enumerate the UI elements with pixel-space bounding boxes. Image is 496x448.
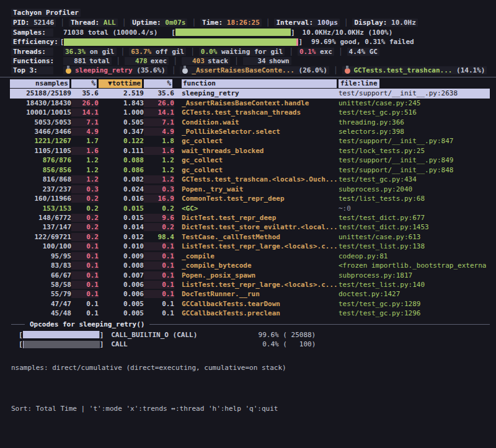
stat-value: 0.0% xyxy=(201,48,221,56)
table-row[interactable]: 137/1470.20.0140.2DictTest.test_store_ev… xyxy=(10,222,490,232)
pct-direct-cell: 0.1 xyxy=(71,309,99,317)
pct-direct-cell: 0.1 xyxy=(71,290,99,298)
table-row[interactable]: 95/950.10.0090.1_compilecodeop.py:81 xyxy=(10,252,490,261)
file-cell: test/test_gc.py:1296 xyxy=(339,309,490,317)
file-cell: ~:0 xyxy=(339,204,490,213)
file-cell: test/test_gc.py:434 xyxy=(339,175,490,183)
function-cell: gc_collect xyxy=(182,137,339,145)
tottime-cell: 0.122 xyxy=(99,137,144,145)
column-header-file[interactable]: file:line xyxy=(339,79,490,88)
table-row[interactable]: 153/1530.20.0150.2<GC>~:0 xyxy=(10,203,490,213)
efficiency-bar-fill xyxy=(64,38,296,46)
pct-cum-cell: 0.2 xyxy=(144,223,174,231)
pct-cum-cell: 1.6 xyxy=(144,147,174,155)
table-row[interactable]: 5053/50537.10.5057.1Condition.waitthread… xyxy=(10,117,490,126)
table-row[interactable]: 45/480.10.0050.1GCCallbackTests.preclean… xyxy=(10,309,490,318)
table-row[interactable]: 160/119660.20.01616.9CommonTest.test_rep… xyxy=(10,194,490,203)
file-cell: unittest/case.py:245 xyxy=(339,99,490,107)
table-row[interactable]: 1105/11051.60.1111.6wait_threads_blocked… xyxy=(10,146,490,156)
table-row[interactable]: 148/67720.20.0159.6DictTest.test_repr_de… xyxy=(10,213,490,222)
file-cell: doctest.py:1427 xyxy=(339,290,490,298)
status-value: 100µs xyxy=(317,19,338,27)
stat-value: 63.7% xyxy=(131,48,156,56)
samples-total: 71038 total (10000.4/s) xyxy=(63,29,157,37)
separator: │ xyxy=(234,57,239,65)
pct-direct-cell: 0.1 xyxy=(71,281,99,289)
table-row-selected[interactable]: ► 25188/25189 35.6 2.519 35.6 sleeping_r… xyxy=(10,89,490,98)
function-cell: Popen._try_wait xyxy=(182,185,339,193)
file-cell: test/lock_tests.py:25 xyxy=(339,147,490,155)
column-header-nsamples[interactable]: nsamples xyxy=(10,79,71,88)
table-row[interactable]: 47/470.10.0050.1GCCallbackTests.tearDown… xyxy=(10,299,490,309)
file-cell: subprocess.py:1817 xyxy=(339,271,490,279)
table-row[interactable]: 122/697210.20.01298.4TestCase._callTestM… xyxy=(10,232,490,242)
stat-desc: waiting for gil xyxy=(221,48,283,56)
nsamples-cell: 58/58 xyxy=(10,281,71,289)
stat-desc: GC xyxy=(370,48,378,56)
column-header-tottime-sorted[interactable]: ▼tottime xyxy=(99,79,144,88)
function-cell: GCCallbackTests.tearDown xyxy=(182,300,339,308)
function-cell: _compile_bytecode xyxy=(182,261,339,270)
app-title: Tachyon Profiler xyxy=(11,9,81,17)
nsamples-cell: 55/79 xyxy=(10,290,71,298)
function-cell: CommonTest.test_repr_deep xyxy=(182,195,339,203)
separator: │ xyxy=(173,57,177,65)
status-label: Interval: xyxy=(276,19,317,27)
nsamples-cell: 95/95 xyxy=(10,252,71,260)
nsamples-cell: 3466/3466 xyxy=(10,128,71,136)
table-row[interactable]: 856/8561.20.0861.2gc_collecttest/support… xyxy=(10,165,490,175)
function-cell: <GC> xyxy=(182,204,339,213)
table-row[interactable]: 10001/1001514.11.00014.1GCTests.test_tra… xyxy=(10,108,490,117)
stat-value: 34 xyxy=(245,57,266,65)
status-value: 18:26:25 xyxy=(227,19,260,27)
function-cell: GCTests.test_trashcan_threads xyxy=(182,108,339,116)
table-row[interactable]: 1221/12671.70.1221.8gc_collecttest/suppo… xyxy=(10,136,490,146)
tottime-cell: 1.000 xyxy=(99,108,144,116)
table-row[interactable]: 18430/1843026.01.84326.0_AssertRaisesBas… xyxy=(10,99,490,108)
functions-items: 881total│478exec│403stack│34shown xyxy=(63,57,291,65)
function-cell: GCCallbackTests.preclean xyxy=(182,309,339,317)
stat-group: 36.3% on gil xyxy=(63,48,117,56)
status-label: Time: xyxy=(202,19,227,27)
table-row[interactable]: 876/8761.20.0881.2gc_collecttest/support… xyxy=(10,156,490,165)
samples-label: Samples: xyxy=(11,29,53,37)
tottime-cell: 0.009 xyxy=(99,252,144,260)
column-header-pct-direct[interactable]: % xyxy=(71,79,99,88)
pct-cum-cell: 0.1 xyxy=(144,281,174,289)
function-cell: gc_collect xyxy=(182,156,339,164)
table-row[interactable]: 100/1000.10.0100.1ListTest.test_repr_lar… xyxy=(10,242,490,251)
pct-cum-cell: 1.2 xyxy=(144,156,174,164)
file-cell: test/test_list.py:140 xyxy=(339,281,490,289)
tottime-cell: 0.006 xyxy=(99,281,144,289)
file-cell: test/test_dict.py:677 xyxy=(339,214,490,222)
function-cell: _PollLikeSelector.select xyxy=(182,128,339,136)
file-cell: unittest/case.py:613 xyxy=(339,233,490,241)
table-row[interactable]: 3466/34664.90.3474.9_PollLikeSelector.se… xyxy=(10,127,490,136)
footer-keybindings: Sort: Total Time | 't':mode 'x':trends ↔… xyxy=(11,402,286,416)
column-header-pct-cumulative[interactable]: % xyxy=(144,79,174,88)
pct-direct-cell: 35.6 xyxy=(71,89,99,97)
tottime-cell: 0.012 xyxy=(99,233,144,241)
function-cell: DocTestRunner.__run xyxy=(182,290,339,298)
stat-desc: exc xyxy=(320,48,332,56)
status-label: Display: xyxy=(354,19,391,27)
file-cell: <frozen importlib._bootstrap_externa xyxy=(339,261,490,270)
table-row[interactable]: 816/8681.20.0821.2GCTests.test_trashcan.… xyxy=(10,175,490,184)
column-header-function[interactable]: function xyxy=(182,79,339,88)
table-row[interactable]: 66/670.10.0070.1Popen._posix_spawnsubpro… xyxy=(10,270,490,279)
nsamples-cell: 148/6772 xyxy=(10,214,71,222)
table-row[interactable]: 237/2370.30.0240.3Popen._try_waitsubproc… xyxy=(10,184,490,193)
status-item: Display: 10.0Hz xyxy=(352,19,417,27)
nsamples-cell: 83/83 xyxy=(10,261,71,270)
table-row[interactable]: 83/830.10.0080.1_compile_bytecode<frozen… xyxy=(10,261,490,270)
tottime-cell: 0.015 xyxy=(99,214,144,222)
opcodes-title: Opcodes for sleeping_retry() xyxy=(30,320,144,328)
pct-direct-cell: 1.2 xyxy=(71,156,99,164)
pct-cum-cell: 0.1 xyxy=(144,242,174,250)
table-row[interactable]: 58/580.10.0060.1ListTest.test_repr_large… xyxy=(10,280,490,289)
table-row[interactable]: 55/790.10.0060.1DocTestRunner.__rundocte… xyxy=(10,289,490,299)
tottime-cell: 0.024 xyxy=(99,185,144,193)
threads-label: Threads: xyxy=(11,48,53,56)
samples-bar-track xyxy=(175,29,291,36)
opcodes-divider: Opcodes for sleeping_retry() xyxy=(11,320,490,330)
